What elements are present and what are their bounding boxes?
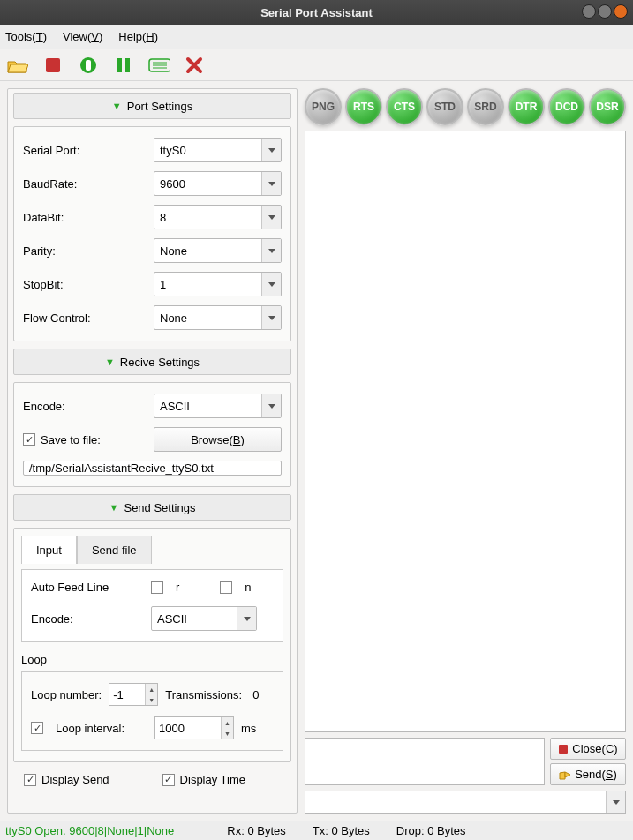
menu-tools[interactable]: Tools(T) <box>5 30 47 43</box>
title-bar: Serial Port Assistant <box>0 0 633 25</box>
led-rts[interactable]: RTS <box>345 88 382 125</box>
led-cts[interactable]: CTS <box>386 88 423 125</box>
send-settings-body: Input Send file Auto Feed Line r n Encod… <box>13 528 291 762</box>
window-title: Serial Port Assistant <box>260 6 373 19</box>
close-port-button[interactable]: Close(C) <box>550 738 626 760</box>
open-icon[interactable] <box>7 55 28 76</box>
display-send-label: Display Send <box>41 773 109 786</box>
chevron-down-icon: ▼ <box>105 356 115 367</box>
browse-button[interactable]: Browse(B) <box>154 427 282 452</box>
serial-port-label: Serial Port: <box>23 144 147 157</box>
input-tab-panel: Auto Feed Line r n Encode: ASCII <box>21 569 283 642</box>
save-to-file-checkbox[interactable] <box>23 433 35 446</box>
svg-rect-4 <box>125 58 130 72</box>
chevron-down-icon: ▼ <box>109 502 119 513</box>
feed-r-label: r <box>176 581 179 594</box>
recv-encode-select[interactable]: ASCII <box>154 394 282 418</box>
chevron-down-icon <box>261 394 281 417</box>
pause-icon[interactable] <box>113 55 134 76</box>
led-png[interactable]: PNG <box>305 88 342 125</box>
baudrate-label: BaudRate: <box>23 177 147 191</box>
led-srd[interactable]: SRD <box>467 88 504 125</box>
window-controls <box>582 4 628 19</box>
refresh-icon[interactable] <box>78 55 99 76</box>
chevron-down-icon <box>261 172 281 195</box>
display-send-checkbox[interactable] <box>24 774 36 786</box>
send-tabs: Input Send file <box>21 536 283 564</box>
chevron-down-icon: ▼ <box>112 101 122 111</box>
chevron-down-icon <box>261 139 281 161</box>
minimize-button[interactable] <box>582 4 596 19</box>
display-options: Display Send Display Time <box>13 769 291 793</box>
loop-number-input[interactable]: -1▲▼ <box>109 683 158 706</box>
led-dcd[interactable]: DCD <box>548 88 585 125</box>
status-drop: Drop: 0 Bytes <box>396 824 466 837</box>
flowcontrol-label: Flow Control: <box>23 311 147 325</box>
parity-label: Parity: <box>23 244 147 258</box>
main-area: ▼ Port Settings Serial Port: ttyS0 BaudR… <box>0 81 633 821</box>
transmissions-value: 0 <box>252 688 259 701</box>
display-time-checkbox[interactable] <box>162 774 175 786</box>
settings-panel: ▼ Port Settings Serial Port: ttyS0 BaudR… <box>7 88 298 814</box>
ms-label: ms <box>241 722 256 735</box>
loop-interval-input[interactable]: 1000▲▼ <box>154 716 234 739</box>
svg-rect-9 <box>559 745 568 754</box>
parity-select[interactable]: None <box>154 238 282 263</box>
baudrate-select[interactable]: 9600 <box>154 171 282 196</box>
auto-feed-line-label: Auto Feed Line <box>31 581 144 594</box>
chevron-down-icon <box>237 607 256 630</box>
tab-input[interactable]: Input <box>21 536 77 564</box>
send-encode-select[interactable]: ASCII <box>151 606 257 631</box>
receive-textarea[interactable] <box>305 131 626 732</box>
svg-rect-0 <box>46 58 60 72</box>
right-panel: PNGRTSCTSSTDSRDDTRDCDDSR Close(C) Send(S… <box>305 88 626 814</box>
led-dtr[interactable]: DTR <box>508 88 545 125</box>
port-settings-header[interactable]: ▼ Port Settings <box>13 93 291 119</box>
loop-interval-label: Loop interval: <box>56 722 147 735</box>
status-tx: Tx: 0 Bytes <box>313 824 370 837</box>
send-encode-label: Encode: <box>31 612 144 626</box>
status-connection: ttyS0 Open. 9600|8|None|1|None <box>5 824 174 837</box>
menu-view[interactable]: View(V) <box>63 30 102 43</box>
feed-n-checkbox[interactable] <box>220 581 232 594</box>
keyboard-icon[interactable] <box>148 55 170 76</box>
stopbit-label: StopBit: <box>23 278 147 291</box>
display-time-label: Display Time <box>180 773 245 786</box>
receive-settings-body: Encode: ASCII Save to file: Browse(B) /t… <box>13 382 291 487</box>
led-std[interactable]: STD <box>426 88 463 125</box>
save-path-input[interactable]: /tmp/SerialAssistantRecive_ttyS0.txt <box>23 461 282 476</box>
menu-bar: Tools(T) View(V) Help(H) <box>0 25 633 49</box>
port-settings-body: Serial Port: ttyS0 BaudRate: 9600 DataBi… <box>13 126 291 341</box>
chevron-down-icon <box>261 206 281 229</box>
maximize-button[interactable] <box>598 4 612 19</box>
led-dsr[interactable]: DSR <box>589 88 626 125</box>
history-select[interactable] <box>305 791 626 814</box>
feed-r-checkbox[interactable] <box>151 581 163 594</box>
loop-interval-checkbox[interactable] <box>31 722 43 734</box>
transmissions-label: Transmissions: <box>165 688 242 701</box>
stopbit-select[interactable]: 1 <box>154 272 282 296</box>
send-textarea[interactable] <box>305 738 545 785</box>
window-close-button[interactable] <box>614 4 628 19</box>
serial-port-select[interactable]: ttyS0 <box>154 138 282 162</box>
recv-encode-label: Encode: <box>23 400 147 413</box>
databit-label: DataBit: <box>23 211 147 224</box>
receive-settings-header[interactable]: ▼ Recive Settings <box>13 349 291 375</box>
loop-number-label: Loop number: <box>31 688 102 701</box>
menu-help[interactable]: Help(H) <box>118 30 158 43</box>
chevron-down-icon <box>261 306 281 329</box>
save-to-file-label: Save to file: <box>41 433 101 446</box>
tab-send-file[interactable]: Send file <box>77 536 152 564</box>
send-settings-label: Send Settings <box>124 501 195 514</box>
flowcontrol-select[interactable]: None <box>154 305 282 330</box>
chevron-down-icon <box>261 239 281 262</box>
receive-settings-label: Recive Settings <box>120 356 200 369</box>
send-button[interactable]: Send(S) <box>550 763 626 785</box>
feed-n-label: n <box>245 581 251 594</box>
svg-rect-2 <box>86 60 91 71</box>
chevron-down-icon <box>606 791 625 813</box>
send-settings-header[interactable]: ▼ Send Settings <box>13 494 291 521</box>
stop-icon[interactable] <box>42 55 64 76</box>
databit-select[interactable]: 8 <box>154 205 282 229</box>
close-icon[interactable] <box>184 55 205 76</box>
